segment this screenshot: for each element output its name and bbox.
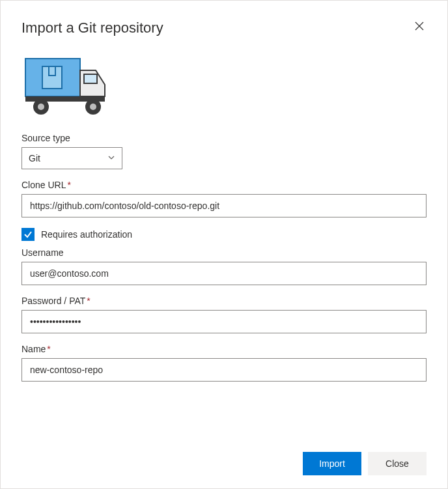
truck-illustration bbox=[21, 56, 427, 119]
source-type-select[interactable]: Git bbox=[21, 147, 122, 169]
clone-url-field: Clone URL* bbox=[21, 180, 427, 217]
password-input[interactable] bbox=[21, 310, 427, 333]
import-button[interactable]: Import bbox=[303, 452, 361, 475]
source-type-field: Source type Git bbox=[21, 133, 427, 169]
username-field: Username bbox=[21, 247, 427, 285]
close-icon[interactable] bbox=[412, 19, 427, 33]
username-input[interactable] bbox=[21, 262, 427, 285]
clone-url-label: Clone URL* bbox=[21, 180, 427, 190]
import-git-repo-dialog: Import a Git repository Source type Git bbox=[0, 0, 448, 489]
svg-rect-3 bbox=[84, 74, 97, 83]
username-label: Username bbox=[21, 247, 427, 258]
source-type-label: Source type bbox=[21, 133, 427, 143]
clone-url-input[interactable] bbox=[21, 194, 427, 217]
name-field: Name* bbox=[21, 344, 427, 382]
name-input[interactable] bbox=[21, 358, 427, 382]
requires-auth-row: Requires authorization bbox=[21, 228, 427, 241]
dialog-title: Import a Git repository bbox=[21, 19, 163, 38]
password-label: Password / PAT* bbox=[21, 296, 427, 306]
dialog-footer: Import Close bbox=[303, 452, 427, 475]
close-button[interactable]: Close bbox=[368, 452, 427, 475]
svg-rect-1 bbox=[42, 66, 62, 89]
name-label: Name* bbox=[21, 344, 427, 354]
svg-point-8 bbox=[90, 104, 96, 110]
svg-point-6 bbox=[38, 104, 44, 110]
chevron-down-icon bbox=[107, 153, 115, 163]
requires-auth-checkbox[interactable] bbox=[21, 228, 35, 241]
dialog-header: Import a Git repository bbox=[21, 19, 427, 38]
source-type-value: Git bbox=[29, 153, 40, 163]
password-field: Password / PAT* bbox=[21, 296, 427, 333]
requires-auth-label[interactable]: Requires authorization bbox=[41, 229, 132, 240]
